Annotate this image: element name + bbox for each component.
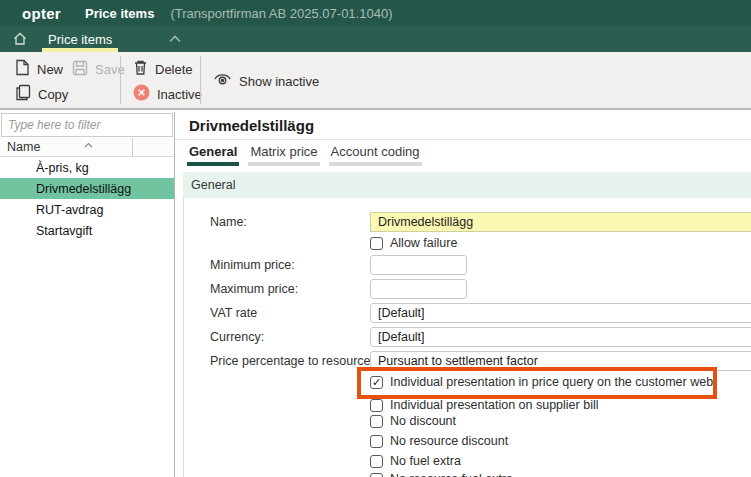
collapse-ribbon-icon[interactable] bbox=[166, 33, 184, 45]
toolbar: New Save Copy bbox=[0, 52, 751, 110]
no-resource-discount-label: No resource discount bbox=[390, 434, 508, 448]
individual-presentation-supplier-bill-label: Individual presentation on supplier bill bbox=[390, 398, 598, 412]
filter-input[interactable] bbox=[1, 113, 173, 137]
checkbox-checked-icon: ✓ bbox=[370, 376, 383, 389]
inactive-button-label: Inactive bbox=[157, 87, 202, 102]
currency-dropdown[interactable]: [Default] bbox=[370, 327, 751, 347]
copy-button[interactable]: Copy bbox=[15, 82, 68, 106]
tab-underline bbox=[187, 162, 239, 166]
name-label: Name: bbox=[210, 215, 247, 229]
section-header: General bbox=[183, 172, 751, 198]
new-document-icon bbox=[15, 59, 30, 79]
list-item-selected[interactable]: Drivmedelstillägg bbox=[0, 178, 174, 199]
individual-presentation-supplier-bill-checkbox[interactable]: Individual presentation on supplier bill bbox=[370, 398, 598, 412]
eye-icon bbox=[213, 72, 232, 90]
inactive-circle-x-icon bbox=[133, 84, 150, 104]
currency-value: [Default] bbox=[378, 330, 425, 344]
price-percentage-label: Price percentage to resource: bbox=[210, 354, 374, 368]
no-fuel-extra-checkbox[interactable]: No fuel extra bbox=[370, 454, 461, 468]
new-button-label: New bbox=[37, 62, 63, 77]
name-input[interactable] bbox=[370, 212, 751, 232]
save-button[interactable]: Save bbox=[72, 57, 125, 81]
checkbox-icon bbox=[370, 435, 383, 448]
name-column-header[interactable]: Name bbox=[0, 138, 174, 157]
tab-account-coding-label: Account coding bbox=[331, 144, 420, 159]
company-version-text: (Transportfirman AB 2025.07-01.1040) bbox=[170, 6, 392, 21]
maximum-price-label: Maximum price: bbox=[210, 282, 298, 296]
list-item[interactable]: Startavgift bbox=[0, 220, 174, 241]
sort-ascending-icon bbox=[84, 137, 93, 151]
home-icon[interactable] bbox=[12, 31, 28, 47]
list-item[interactable]: À-pris, kg bbox=[0, 157, 174, 178]
show-inactive-button-label: Show inactive bbox=[239, 74, 319, 89]
no-discount-label: No discount bbox=[390, 414, 456, 428]
title-bar: opter Price items (Transportfirman AB 20… bbox=[0, 0, 751, 26]
nav-bar: Price items bbox=[0, 26, 751, 52]
delete-button-label: Delete bbox=[155, 62, 193, 77]
tab-underline bbox=[329, 162, 422, 166]
checkbox-icon bbox=[370, 473, 383, 477]
toolbar-separator bbox=[200, 56, 201, 104]
tab-underline bbox=[248, 162, 319, 166]
individual-presentation-customer-web-checkbox[interactable]: ✓ Individual presentation in price query… bbox=[370, 375, 713, 389]
copy-button-label: Copy bbox=[38, 87, 68, 102]
individual-presentation-customer-web-label: Individual presentation in price query o… bbox=[390, 375, 713, 389]
no-fuel-extra-label: No fuel extra bbox=[390, 454, 461, 468]
detail-title: Drivmedelstillägg bbox=[189, 117, 314, 134]
section-header-label: General bbox=[191, 178, 235, 192]
inactive-button[interactable]: Inactive bbox=[133, 82, 202, 106]
allow-failure-label: Allow failure bbox=[390, 236, 457, 250]
list-item[interactable]: RUT-avdrag bbox=[0, 199, 174, 220]
show-inactive-button[interactable]: Show inactive bbox=[213, 69, 319, 93]
tab-matrix-price[interactable]: Matrix price bbox=[250, 144, 317, 166]
copy-icon bbox=[15, 84, 31, 104]
checkbox-icon bbox=[370, 455, 383, 468]
currency-label: Currency: bbox=[210, 330, 264, 344]
detail-panel: Drivmedelstillägg General Matrix price A… bbox=[175, 112, 751, 477]
window-title: Price items bbox=[85, 6, 154, 21]
checkbox-icon bbox=[370, 415, 383, 428]
checkbox-icon bbox=[370, 399, 383, 412]
name-column-label: Name bbox=[7, 140, 40, 154]
allow-failure-checkbox[interactable]: Allow failure bbox=[370, 236, 457, 250]
no-resource-fuel-extra-checkbox[interactable]: No resource fuel extra bbox=[370, 472, 513, 477]
price-percentage-value: Pursuant to settlement factor bbox=[378, 354, 538, 368]
new-button[interactable]: New bbox=[15, 57, 63, 81]
vat-rate-dropdown[interactable]: [Default] bbox=[370, 303, 751, 323]
opter-logo: opter bbox=[22, 5, 61, 22]
tab-account-coding[interactable]: Account coding bbox=[331, 144, 420, 166]
minimum-price-input[interactable] bbox=[370, 255, 467, 275]
no-resource-discount-checkbox[interactable]: No resource discount bbox=[370, 434, 508, 448]
minimum-price-label: Minimum price: bbox=[210, 258, 295, 272]
trash-icon bbox=[133, 59, 148, 79]
title-divider bbox=[175, 139, 751, 140]
tab-general-label: General bbox=[189, 144, 237, 159]
price-items-window: opter Price items (Transportfirman AB 20… bbox=[0, 0, 751, 477]
tab-general[interactable]: General bbox=[189, 144, 237, 166]
tab-matrix-price-label: Matrix price bbox=[250, 144, 317, 159]
price-items-list-panel: Name À-pris, kg Drivmedelstillägg RUT-av… bbox=[0, 112, 175, 477]
toolbar-separator bbox=[120, 56, 121, 104]
detail-tabs: General Matrix price Account coding bbox=[189, 144, 420, 166]
no-discount-checkbox[interactable]: No discount bbox=[370, 414, 456, 428]
maximum-price-input[interactable] bbox=[370, 279, 467, 299]
nav-tab-label: Price items bbox=[48, 32, 112, 47]
no-resource-fuel-extra-label: No resource fuel extra bbox=[390, 472, 513, 477]
vat-rate-label: VAT rate bbox=[210, 306, 257, 320]
save-floppy-icon bbox=[72, 60, 88, 79]
nav-tab-price-items[interactable]: Price items bbox=[42, 26, 118, 52]
price-item-list: À-pris, kg Drivmedelstillägg RUT-avdrag … bbox=[0, 157, 174, 241]
vat-rate-value: [Default] bbox=[378, 306, 425, 320]
delete-button[interactable]: Delete bbox=[133, 57, 193, 81]
column-divider bbox=[132, 138, 133, 157]
checkbox-icon bbox=[370, 237, 383, 250]
section-left-border bbox=[183, 172, 184, 477]
price-percentage-dropdown[interactable]: Pursuant to settlement factor bbox=[370, 351, 751, 371]
